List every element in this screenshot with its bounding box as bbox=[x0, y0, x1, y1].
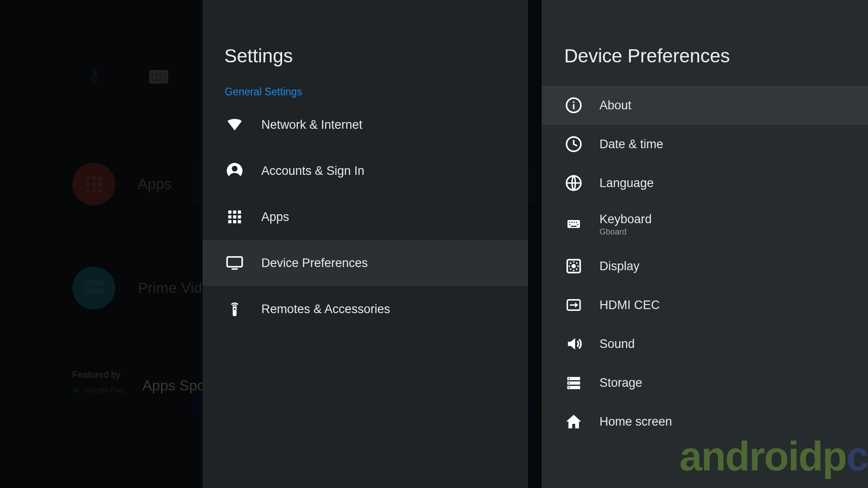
device-preferences-panel: Device Preferences About Date & time Lan… bbox=[542, 0, 868, 488]
svg-rect-21 bbox=[571, 222, 573, 223]
home-icon bbox=[564, 412, 583, 431]
settings-panel: Settings General Settings Network & Inte… bbox=[203, 0, 528, 488]
svg-point-13 bbox=[234, 308, 236, 310]
info-icon bbox=[564, 96, 583, 115]
featured-by-label: Featured by bbox=[72, 370, 121, 380]
mic-icon bbox=[86, 68, 104, 86]
prefs-item-hdmi-cec[interactable]: HDMI CEC bbox=[542, 286, 868, 324]
svg-rect-2 bbox=[228, 211, 231, 214]
settings-item-label: Apps bbox=[261, 210, 289, 224]
prefs-item-language[interactable]: Language bbox=[542, 164, 868, 202]
prefs-item-date-time[interactable]: Date & time bbox=[542, 125, 868, 164]
prefs-item-home-screen[interactable]: Home screen bbox=[542, 402, 868, 441]
prefs-item-label: About bbox=[599, 99, 632, 113]
settings-item-remotes[interactable]: Remotes & Accessories bbox=[203, 286, 528, 332]
svg-rect-4 bbox=[238, 211, 241, 214]
settings-title: Settings bbox=[203, 0, 528, 86]
settings-item-label: Accounts & Sign In bbox=[261, 164, 364, 178]
svg-point-34 bbox=[569, 382, 570, 384]
svg-rect-26 bbox=[571, 226, 577, 227]
prefs-item-about[interactable]: About bbox=[542, 86, 868, 125]
svg-rect-5 bbox=[228, 215, 231, 218]
svg-rect-16 bbox=[573, 101, 574, 103]
svg-rect-20 bbox=[569, 222, 571, 223]
svg-rect-23 bbox=[576, 222, 577, 223]
prefs-item-keyboard[interactable]: Keyboard Gboard bbox=[542, 202, 868, 247]
prefs-item-display[interactable]: Display bbox=[542, 247, 868, 286]
svg-rect-6 bbox=[233, 215, 236, 218]
prefs-item-sound[interactable]: Sound bbox=[542, 324, 868, 363]
keyboard-icon bbox=[564, 215, 583, 234]
svg-rect-7 bbox=[238, 215, 241, 218]
prefs-item-label: Language bbox=[599, 176, 654, 190]
prefs-item-label: Sound bbox=[599, 337, 635, 351]
remote-icon bbox=[224, 299, 245, 319]
settings-item-accounts[interactable]: Accounts & Sign In bbox=[203, 148, 528, 194]
home-row-apps: Apps bbox=[72, 163, 172, 206]
svg-rect-8 bbox=[228, 220, 231, 223]
svg-point-28 bbox=[571, 264, 576, 268]
svg-rect-24 bbox=[569, 224, 571, 225]
keyboard-icon bbox=[149, 70, 168, 84]
prefs-item-sublabel: Gboard bbox=[599, 227, 652, 237]
display-brightness-icon bbox=[564, 257, 583, 276]
prefs-item-label: HDMI CEC bbox=[599, 298, 660, 312]
clock-icon bbox=[564, 135, 583, 154]
apps-grid-icon bbox=[72, 163, 115, 206]
wifi-icon bbox=[224, 114, 245, 135]
svg-rect-3 bbox=[233, 211, 236, 214]
settings-item-network[interactable]: Network & Internet bbox=[203, 102, 528, 148]
account-icon bbox=[224, 160, 245, 181]
prefs-item-label: Keyboard bbox=[599, 212, 652, 226]
prime-video-icon: primevideo bbox=[72, 267, 115, 310]
home-row-prime-video: primevideo Prime Video bbox=[72, 267, 219, 310]
svg-rect-22 bbox=[574, 222, 575, 223]
settings-item-apps[interactable]: Apps bbox=[203, 194, 528, 240]
prefs-item-label: Date & time bbox=[599, 137, 663, 151]
svg-rect-25 bbox=[577, 224, 579, 225]
svg-point-35 bbox=[569, 387, 570, 388]
settings-item-label: Remotes & Accessories bbox=[261, 302, 390, 316]
google-play-text: Google Play bbox=[85, 386, 124, 394]
play-store-icon bbox=[72, 386, 80, 394]
google-play-label: Google Play bbox=[72, 386, 124, 394]
svg-rect-9 bbox=[233, 220, 236, 223]
home-row-label: Apps bbox=[138, 176, 172, 192]
prefs-item-storage[interactable]: Storage bbox=[542, 363, 868, 402]
storage-icon bbox=[564, 373, 583, 392]
settings-item-label: Device Preferences bbox=[261, 256, 368, 270]
svg-rect-12 bbox=[231, 268, 237, 270]
settings-group-label: General Settings bbox=[203, 86, 528, 102]
svg-point-33 bbox=[569, 378, 570, 379]
prefs-item-label: Storage bbox=[599, 376, 642, 390]
settings-item-device-preferences[interactable]: Device Preferences bbox=[203, 240, 528, 286]
prefs-title: Device Preferences bbox=[542, 0, 868, 86]
svg-rect-10 bbox=[238, 220, 241, 223]
settings-item-label: Network & Internet bbox=[261, 118, 363, 132]
globe-icon bbox=[564, 174, 583, 192]
svg-point-1 bbox=[232, 166, 238, 172]
tv-icon bbox=[224, 253, 245, 273]
apps-icon bbox=[224, 206, 245, 227]
volume-icon bbox=[564, 334, 583, 353]
svg-rect-11 bbox=[227, 257, 242, 267]
svg-rect-15 bbox=[573, 104, 574, 109]
input-icon bbox=[564, 296, 583, 314]
prefs-item-label: Display bbox=[599, 259, 640, 273]
prefs-item-label: Home screen bbox=[599, 415, 672, 429]
